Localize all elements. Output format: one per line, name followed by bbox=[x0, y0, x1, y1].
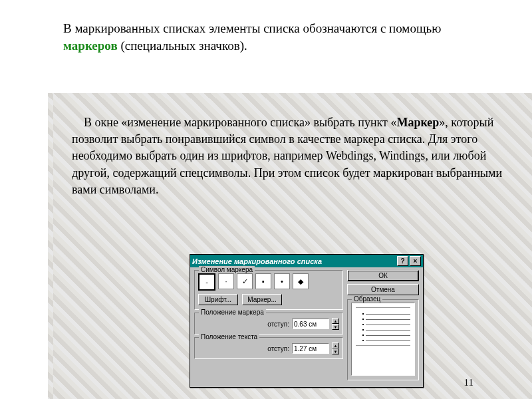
dialog-left-column: Символ маркера - · ✓ ▪ • ◆ Шрифт... Марк… bbox=[194, 270, 343, 383]
preview-bullet-line bbox=[362, 319, 410, 320]
group-marker-position: Положение маркера отступ: 0.63 см ▲▼ bbox=[194, 313, 343, 334]
marker-indent-label: отступ: bbox=[267, 321, 289, 328]
preview-line bbox=[356, 345, 410, 346]
text-indent-field[interactable]: 1.27 см bbox=[292, 343, 329, 354]
chevron-down-icon[interactable]: ▼ bbox=[332, 324, 339, 330]
group-marker-symbol-title: Символ маркера bbox=[199, 266, 255, 273]
chevron-down-icon[interactable]: ▼ bbox=[332, 348, 339, 354]
preview-line bbox=[356, 307, 410, 308]
body-bold: Маркер bbox=[396, 116, 439, 129]
marker-option-5[interactable]: • bbox=[274, 273, 290, 289]
font-button[interactable]: Шрифт... bbox=[198, 294, 238, 305]
text-indent-label: отступ: bbox=[267, 345, 289, 352]
symbol-buttons: Шрифт... Маркер... bbox=[198, 294, 339, 305]
intro-paragraph: В маркированных списках элементы списка … bbox=[0, 0, 532, 62]
cancel-button[interactable]: Отмена bbox=[347, 284, 419, 295]
preview-bullet-line bbox=[362, 324, 410, 325]
dialog-right-column: ОК Отмена Образец bbox=[347, 270, 419, 383]
dialog-body: Символ маркера - · ✓ ▪ • ◆ Шрифт... Марк… bbox=[190, 267, 423, 387]
group-marker-position-title: Положение маркера bbox=[199, 309, 266, 316]
dialog-title-text: Изменение маркированного списка bbox=[192, 257, 396, 265]
preview-bullet-line bbox=[362, 340, 410, 341]
preview-bullet-line bbox=[362, 313, 410, 315]
chevron-up-icon[interactable]: ▲ bbox=[332, 318, 339, 324]
marker-option-4[interactable]: ▪ bbox=[255, 273, 271, 289]
marker-indent-spinner[interactable]: ▲▼ bbox=[332, 318, 339, 330]
preview-bullet-line bbox=[362, 334, 410, 336]
marker-option-6[interactable]: ◆ bbox=[293, 273, 309, 289]
marker-option-1[interactable]: - bbox=[198, 273, 215, 291]
body-text-1: В окне «изменение маркированного списка»… bbox=[84, 116, 396, 129]
marker-indent-row: отступ: 0.63 см ▲▼ bbox=[198, 318, 339, 330]
marker-options: - · ✓ ▪ • ◆ bbox=[198, 273, 339, 291]
text-indent-row: отступ: 1.27 см ▲▼ bbox=[198, 342, 339, 354]
preview-box bbox=[351, 303, 415, 376]
body-paragraph: В окне «изменение маркированного списка»… bbox=[72, 114, 512, 198]
marker-button[interactable]: Маркер... bbox=[242, 294, 282, 305]
chevron-up-icon[interactable]: ▲ bbox=[332, 342, 339, 348]
preview-bullet-line bbox=[362, 329, 410, 331]
intro-text-1: В маркированных списках элементы списка … bbox=[63, 21, 441, 35]
intro-text-2: (специальных значков). bbox=[118, 39, 247, 53]
page-number: 11 bbox=[464, 377, 473, 388]
help-icon[interactable]: ? bbox=[397, 256, 408, 266]
group-text-position: Положение текста отступ: 1.27 см ▲▼ bbox=[194, 337, 343, 359]
intro-emphasis: маркеров bbox=[63, 39, 118, 53]
marker-option-3[interactable]: ✓ bbox=[237, 273, 253, 289]
text-indent-spinner[interactable]: ▲▼ bbox=[332, 342, 339, 354]
group-marker-symbol: Символ маркера - · ✓ ▪ • ◆ Шрифт... Марк… bbox=[194, 270, 343, 310]
close-icon[interactable]: × bbox=[410, 256, 421, 266]
group-preview: Образец bbox=[347, 299, 419, 380]
marker-indent-field[interactable]: 0.63 см bbox=[292, 319, 329, 329]
slide: В маркированных списках элементы списка … bbox=[0, 0, 532, 399]
marker-option-2[interactable]: · bbox=[218, 273, 234, 289]
group-preview-title: Образец bbox=[352, 295, 382, 303]
dialog-window: Изменение маркированного списка ? × Симв… bbox=[190, 254, 424, 388]
ok-button[interactable]: ОК bbox=[347, 270, 419, 281]
group-text-position-title: Положение текста bbox=[199, 333, 259, 340]
